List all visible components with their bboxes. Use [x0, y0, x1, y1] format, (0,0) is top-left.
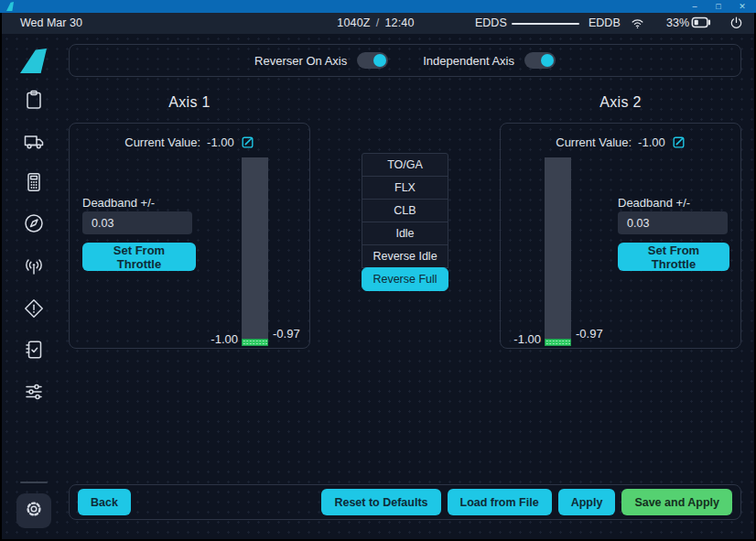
reset-to-defaults-button[interactable]: Reset to Defaults	[321, 489, 440, 515]
apply-button[interactable]: Apply	[558, 489, 616, 515]
origin-airport: EDDS	[475, 16, 507, 29]
axis2-current-value-row: Current Value: -1.00	[501, 135, 740, 149]
sidebar-item-calculator[interactable]	[16, 166, 52, 202]
calculator-icon	[23, 171, 45, 197]
axis1-deadband-label: Deadband +/-	[82, 196, 155, 210]
window-controls: – □ ✕	[688, 0, 749, 13]
independent-axis-group: Independent Axis	[423, 52, 556, 69]
battery-icon	[691, 16, 711, 31]
axis2-panel: Current Value: -1.00 -1.00 -0.97 Deadban…	[500, 123, 741, 349]
current-value-label: Current Value:	[556, 135, 632, 149]
independent-axis-label: Independent Axis	[423, 54, 514, 68]
load-from-file-button[interactable]: Load from File	[448, 489, 552, 515]
brand-tailfin-logo	[20, 49, 47, 73]
reverser-on-axis-toggle[interactable]	[357, 52, 388, 69]
detent-idle[interactable]: Idle	[362, 222, 448, 245]
alert-diamond-icon	[23, 298, 45, 323]
edit-icon[interactable]	[672, 135, 686, 149]
axis2-deadband-zone	[545, 339, 571, 346]
sidebar-divider	[20, 481, 48, 483]
sidebar-item-failures[interactable]	[16, 292, 52, 329]
sidebar-item-clipboard[interactable]	[16, 83, 52, 120]
sidebar-item-settings-sliders[interactable]	[16, 375, 52, 412]
axis2-range-max: -0.97	[576, 327, 603, 341]
axis1-title: Axis 1	[69, 94, 310, 111]
sidebar-item-compass[interactable]	[16, 207, 52, 243]
gear-icon	[23, 498, 45, 524]
detent-reverse-idle[interactable]: Reverse Idle	[362, 244, 448, 268]
flight-progress-line	[512, 23, 579, 25]
axis-options-bar: Reverser On Axis Independent Axis	[69, 44, 741, 77]
toggle-knob	[541, 54, 554, 67]
window-titlebar[interactable]: – □ ✕	[0, 0, 756, 13]
sidebar-item-radio[interactable]	[16, 250, 52, 287]
detent-clb[interactable]: CLB	[362, 199, 448, 222]
minimize-button[interactable]: –	[688, 0, 701, 13]
axis2-range-min: -1.00	[501, 332, 541, 346]
compass-icon	[23, 212, 45, 238]
axis1-deadband-input[interactable]	[82, 211, 192, 234]
edit-icon[interactable]	[241, 135, 254, 149]
axis1-range-max: -0.97	[273, 327, 300, 341]
axis1-deadband-zone	[242, 339, 268, 346]
independent-axis-toggle[interactable]	[524, 52, 556, 69]
axis1-set-from-throttle-button[interactable]: Set From Throttle	[82, 243, 196, 271]
reverser-on-axis-group: Reverser On Axis	[254, 52, 388, 69]
status-date: Wed Mar 30	[20, 16, 82, 29]
axis2-title: Axis 2	[500, 94, 741, 111]
footer-right-group: Reset to Defaults Load from File Apply S…	[321, 489, 732, 515]
close-button[interactable]: ✕	[736, 0, 749, 13]
battery-percent: 33%	[666, 16, 689, 29]
destination-airport: EDDB	[589, 16, 621, 29]
checklist-icon	[23, 339, 45, 364]
axis1-current-value-row: Current Value: -1.00	[70, 135, 309, 149]
current-value: -1.00	[207, 135, 234, 149]
axis2-value-bar	[545, 157, 571, 346]
axis2-deadband-label: Deadband +/-	[618, 196, 690, 210]
toggle-knob	[373, 54, 386, 67]
axis2-set-from-throttle-button[interactable]: Set From Throttle	[618, 243, 729, 271]
current-value-label: Current Value:	[124, 135, 200, 149]
back-button[interactable]: Back	[78, 489, 131, 515]
utc-time: 1040Z	[337, 16, 370, 29]
app-window: – □ ✕ Wed Mar 30 1040Z/12:40 EDDS EDDB 3…	[0, 0, 756, 541]
footer-action-bar: Back Reset to Defaults Load from File Ap…	[69, 484, 741, 520]
time-separator: /	[376, 16, 380, 29]
detent-reverse-full[interactable]: Reverse Full	[362, 267, 448, 291]
save-and-apply-button[interactable]: Save and Apply	[621, 489, 732, 515]
axis1-value-bar	[242, 157, 268, 346]
clipboard-icon	[23, 89, 45, 114]
detent-flx[interactable]: FLX	[362, 176, 448, 200]
local-time: 12:40	[384, 16, 414, 29]
truck-icon	[23, 130, 45, 156]
current-value: -1.00	[638, 135, 665, 149]
axis1-range-min: -1.00	[198, 332, 238, 346]
wifi-icon	[630, 16, 645, 33]
sidebar-item-settings[interactable]	[16, 493, 51, 528]
sidebar-item-checklist[interactable]	[16, 333, 52, 370]
reverser-on-axis-label: Reverser On Axis	[254, 54, 347, 68]
maximize-button[interactable]: □	[712, 0, 725, 13]
detent-list: TO/GA FLX CLB Idle Reverse Idle Reverse …	[362, 153, 448, 291]
status-bar: Wed Mar 30 1040Z/12:40 EDDS EDDB 33%	[2, 13, 754, 34]
sidebar-item-fuel-truck[interactable]	[16, 124, 52, 161]
status-clock: 1040Z/12:40	[337, 16, 414, 29]
power-icon[interactable]	[729, 16, 743, 33]
antenna-icon	[23, 255, 45, 281]
axis1-panel: Current Value: -1.00 Deadband +/- Set Fr…	[69, 123, 310, 349]
axis2-deadband-input[interactable]	[618, 211, 728, 234]
app-logo-icon	[6, 2, 14, 11]
detent-toga[interactable]: TO/GA	[362, 153, 448, 177]
sliders-icon	[23, 381, 45, 406]
